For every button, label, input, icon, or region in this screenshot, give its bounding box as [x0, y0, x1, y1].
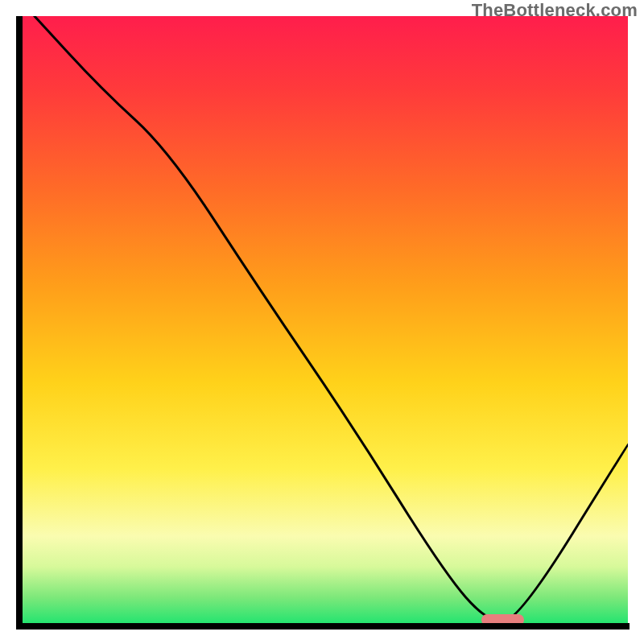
bottleneck-curve-path: [35, 16, 628, 621]
bottleneck-curve: [16, 16, 628, 628]
plot-area: [16, 16, 628, 628]
chart-container: TheBottleneck.com: [0, 0, 644, 644]
y-axis: [16, 16, 23, 630]
x-axis: [16, 623, 630, 630]
